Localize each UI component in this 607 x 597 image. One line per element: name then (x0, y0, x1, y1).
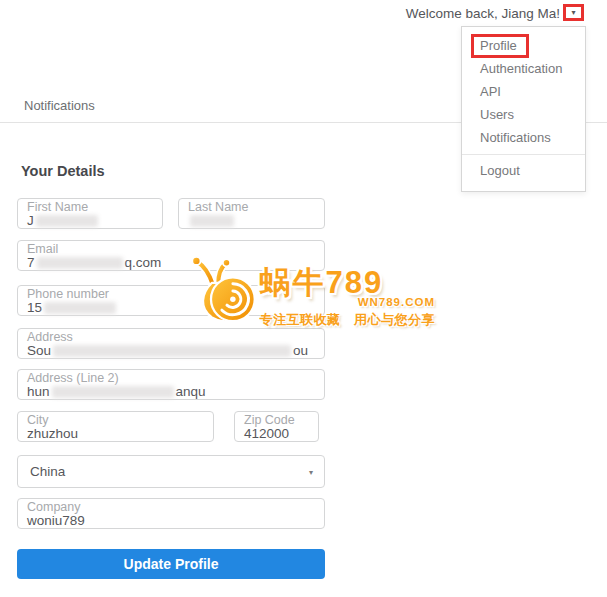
menu-item-api[interactable]: API (462, 80, 585, 103)
last-name-value (188, 214, 315, 228)
first-name-value: J (27, 214, 153, 228)
address-line2-label: Address (Line 2) (27, 372, 315, 385)
address-line2-field[interactable]: Address (Line 2) hunanqu (17, 369, 325, 400)
user-menu-toggle[interactable]: ▾ (563, 4, 584, 21)
account-profile-page: Welcome back, Jiang Ma! ▾ Notifications … (0, 0, 607, 597)
redaction-blur (36, 215, 98, 227)
page-title: Your Details (21, 163, 105, 179)
menu-item-logout[interactable]: Logout (462, 159, 585, 182)
first-name-label: First Name (27, 201, 153, 214)
tab-notifications[interactable]: Notifications (24, 98, 95, 113)
redaction-blur (190, 215, 234, 227)
redaction-blur (52, 386, 174, 398)
country-value: China (30, 465, 65, 479)
company-value: woniu789 (27, 514, 315, 528)
first-name-field[interactable]: First Name J (17, 198, 163, 229)
menu-item-profile[interactable]: Profile (462, 34, 585, 57)
country-select[interactable]: China ▾ (17, 455, 325, 488)
zip-code-field[interactable]: Zip Code 412000 (234, 411, 319, 442)
phone-field[interactable]: Phone number 15 (17, 285, 325, 316)
welcome-message: Welcome back, Jiang Ma! (406, 6, 560, 21)
menu-item-authentication[interactable]: Authentication (462, 57, 585, 80)
address-field[interactable]: Address Souou (17, 328, 325, 359)
menu-item-notifications[interactable]: Notifications (462, 126, 585, 149)
city-field[interactable]: City zhuzhou (17, 411, 214, 442)
redaction-blur (37, 257, 123, 269)
update-profile-button[interactable]: Update Profile (17, 549, 325, 579)
city-value: zhuzhou (27, 427, 204, 441)
email-label: Email (27, 243, 315, 256)
email-value: 7q.com (27, 256, 315, 270)
user-dropdown-menu: Profile Authentication API Users Notific… (461, 26, 586, 192)
address-value: Souou (27, 344, 315, 358)
company-field[interactable]: Company woniu789 (17, 498, 325, 529)
zip-code-value: 412000 (244, 427, 309, 441)
phone-value: 15 (27, 301, 315, 315)
menu-item-users[interactable]: Users (462, 103, 585, 126)
address-label: Address (27, 331, 315, 344)
chevron-down-icon: ▾ (309, 467, 313, 476)
menu-divider (462, 154, 585, 155)
redaction-blur (53, 345, 291, 357)
address-line2-value: hunanqu (27, 385, 315, 399)
email-field[interactable]: Email 7q.com (17, 240, 325, 271)
phone-label: Phone number (27, 288, 315, 301)
redaction-blur (44, 302, 116, 314)
chevron-down-icon: ▾ (571, 9, 575, 17)
last-name-label: Last Name (188, 201, 315, 214)
last-name-field[interactable]: Last Name (178, 198, 325, 229)
